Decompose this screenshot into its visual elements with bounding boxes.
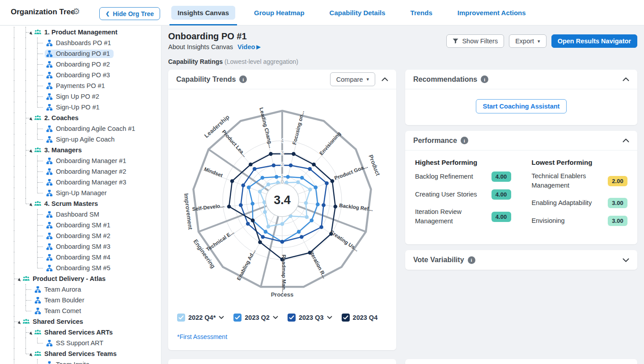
hide-org-tree-button[interactable]: ❮ Hide Org Tree xyxy=(99,7,160,20)
tree-item-label: Onboarding SM #2 xyxy=(56,232,110,239)
show-filters-button[interactable]: Show Filters xyxy=(446,34,504,48)
tree-item-label: Team Comet xyxy=(44,307,81,314)
svg-text:Creating Us...: Creating Us... xyxy=(329,229,360,252)
tree-item-sign-up-po-1[interactable]: Sign-Up PO #1 xyxy=(0,102,161,113)
tree-item-onboarding-sm-4[interactable]: Onboarding SM #4 xyxy=(0,252,161,263)
tree-item-shared-services-arts[interactable]: Shared Services ARTs xyxy=(0,327,161,338)
gear-icon[interactable]: ⚙ xyxy=(72,6,80,17)
export-button[interactable]: Export ▾ xyxy=(509,34,546,48)
expander-arrow-icon[interactable] xyxy=(28,117,34,122)
info-icon[interactable]: i xyxy=(239,75,247,83)
tree-item-sign-up-manager[interactable]: Sign-Up Manager xyxy=(0,188,161,198)
checkbox-checked-icon[interactable] xyxy=(288,314,296,322)
tree-item-onboarding-sm-5[interactable]: Onboarding SM #5 xyxy=(0,263,161,273)
org-chart-icon xyxy=(46,222,53,229)
collapse-chevron-down-icon[interactable] xyxy=(623,258,629,262)
tree-item-2-coaches[interactable]: 2. Coaches xyxy=(0,113,161,123)
checkbox-checked-icon[interactable] xyxy=(233,314,242,322)
capability-label: Technical Enablers Management xyxy=(532,172,604,190)
tree-item-dashboards-po-1[interactable]: Dashboards PO #1 xyxy=(0,38,161,48)
org-chart-icon xyxy=(46,339,53,347)
chevron-down-icon[interactable] xyxy=(219,316,224,319)
tree-item-payments-po-1[interactable]: Payments PO #1 xyxy=(0,80,161,91)
checkbox-checked-icon[interactable] xyxy=(342,314,350,322)
collapse-chevron-up-icon[interactable] xyxy=(623,77,629,81)
caret-down-icon: ▾ xyxy=(366,76,369,82)
tree-item-team-aurora[interactable]: Team Aurora xyxy=(0,284,161,295)
play-icon: ▶ xyxy=(256,44,260,50)
org-chart-icon xyxy=(46,104,53,111)
collapse-chevron-up-icon[interactable] xyxy=(623,138,629,142)
tree-item-onboarding-po-1[interactable]: Onboarding PO #1 xyxy=(0,48,161,59)
video-link[interactable]: Video ▶ xyxy=(237,43,260,50)
tab-trends[interactable]: Trends xyxy=(404,0,439,25)
tree-item-onboarding-po-3[interactable]: Onboarding PO #3 xyxy=(0,70,161,80)
tree-item-onboarding-manager-2[interactable]: Onboarding Manager #2 xyxy=(0,166,161,177)
tree-item-onboarding-manager-3[interactable]: Onboarding Manager #3 xyxy=(0,177,161,188)
score-badge: 2.00 xyxy=(608,176,627,186)
tree-item-onboarding-manager-1[interactable]: Onboarding Manager #1 xyxy=(0,155,161,166)
tree-item-4-scrum-masters[interactable]: 4. Scrum Masters xyxy=(0,198,161,209)
tab-group-heatmap[interactable]: Group Heatmap xyxy=(248,0,311,25)
tree-item-1-product-management[interactable]: 1. Product Management xyxy=(0,27,161,38)
vote-variability-card: Vote Variability i xyxy=(405,250,637,270)
open-results-navigator-button[interactable]: Open Results Navigator xyxy=(551,34,637,48)
first-assessment-footnote[interactable]: *First Assessment xyxy=(168,322,396,350)
svg-text:Mindset: Mindset xyxy=(203,166,224,178)
team-group-icon xyxy=(22,275,30,283)
tab-improvement-actions[interactable]: Improvement Actions xyxy=(451,0,532,25)
chevron-down-icon[interactable] xyxy=(273,316,278,319)
tree-item-label: Onboarding PO #1 xyxy=(56,50,110,57)
tab-insights-canvas[interactable]: Insights Canvas xyxy=(171,0,235,25)
org-tree-title: Organization Tree xyxy=(11,8,75,17)
org-chart-icon xyxy=(46,39,53,47)
svg-text:Self-Develo...: Self-Develo... xyxy=(192,203,225,212)
tab-capability-details[interactable]: Capability Details xyxy=(323,0,392,25)
tree-item-shared-services[interactable]: Shared Services xyxy=(0,316,161,327)
tree-item-onboarding-sm-3[interactable]: Onboarding SM #3 xyxy=(0,241,161,252)
checkbox-checked-icon[interactable] xyxy=(177,314,185,322)
tree-item-label: Team Ignite xyxy=(56,361,89,364)
expander-arrow-icon[interactable] xyxy=(28,352,34,358)
performance-card: Performance i Highest Performing Backlog… xyxy=(405,131,637,244)
tree-item-label: 3. Managers xyxy=(44,146,82,154)
expander-arrow-icon[interactable] xyxy=(28,202,34,208)
expander-arrow-icon[interactable] xyxy=(28,331,34,337)
svg-text:Roadmap Man...: Roadmap Man... xyxy=(281,255,287,294)
tree-item-onboarding-sm-2[interactable]: Onboarding SM #2 xyxy=(0,230,161,241)
start-coaching-assistant-button[interactable]: Start Coaching Assistant xyxy=(476,99,567,113)
period-toggle-2023-q4[interactable]: 2023 Q4 xyxy=(342,314,378,322)
tree-item-3-managers[interactable]: 3. Managers xyxy=(0,145,161,155)
team-group-icon xyxy=(34,29,42,36)
tree-item-label: Onboarding SM #3 xyxy=(56,243,110,250)
expander-arrow-icon[interactable] xyxy=(28,31,34,37)
tree-item-onboarding-agile-coach-1[interactable]: Onboarding Agile Coach #1 xyxy=(0,123,161,134)
expander-arrow-icon[interactable] xyxy=(28,149,34,155)
expander-arrow-icon[interactable] xyxy=(16,320,22,326)
period-toggle-2022-q4-[interactable]: 2022 Q4* xyxy=(177,314,224,322)
period-toggle-2023-q3[interactable]: 2023 Q3 xyxy=(288,314,332,322)
vote-variability-title: Vote Variability xyxy=(413,256,464,264)
tree-item-dashboard-sm[interactable]: Dashboard SM xyxy=(0,209,161,220)
tree-item-team-ignite[interactable]: Team Ignite xyxy=(0,359,161,364)
tree-item-label: Sign-Up PO #1 xyxy=(56,104,100,111)
org-chart-icon xyxy=(34,297,42,304)
tree-item-sign-up-po-2[interactable]: Sign Up PO #2 xyxy=(0,91,161,102)
info-icon[interactable]: i xyxy=(481,75,488,83)
period-toggle-2023-q2[interactable]: 2023 Q2 xyxy=(233,314,278,322)
tree-item-onboarding-po-2[interactable]: Onboarding PO #2 xyxy=(0,59,161,70)
tree-item-team-comet[interactable]: Team Comet xyxy=(0,305,161,316)
collapse-chevron-up-icon[interactable] xyxy=(381,77,388,81)
tree-item-ss-support-art[interactable]: SS Support ART xyxy=(0,338,161,348)
expander-arrow-icon[interactable] xyxy=(16,277,22,283)
tree-item-product-delivery-atlas[interactable]: Product Delivery - Atlas xyxy=(0,273,161,284)
info-icon[interactable]: i xyxy=(461,137,468,144)
info-icon[interactable]: i xyxy=(468,256,475,264)
tree-item-team-boulder[interactable]: Team Boulder xyxy=(0,295,161,305)
compare-button[interactable]: Compare ▾ xyxy=(330,72,375,86)
tree-item-sign-up-agile-coach[interactable]: Sign-up Agile Coach xyxy=(0,134,161,145)
team-group-icon xyxy=(34,350,42,358)
tree-item-shared-services-teams[interactable]: Shared Services Teams xyxy=(0,348,161,359)
tree-item-onboarding-sm-1[interactable]: Onboarding SM #1 xyxy=(0,220,161,230)
chevron-down-icon[interactable] xyxy=(327,316,332,319)
